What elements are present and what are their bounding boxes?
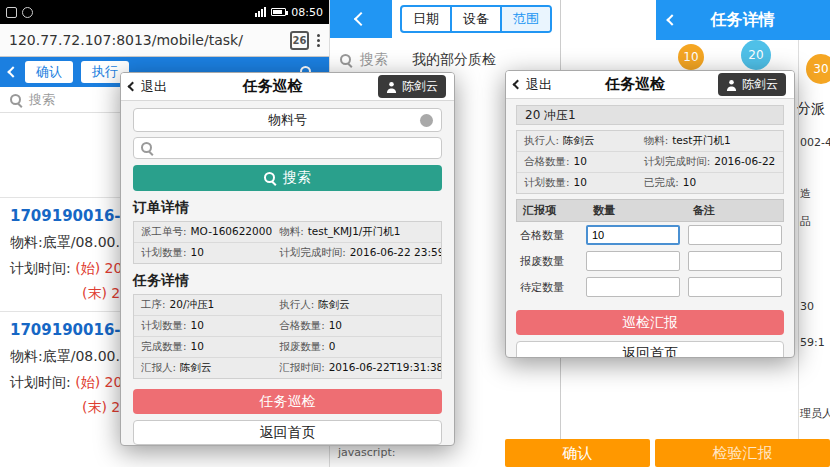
field-value: 10: [329, 319, 342, 333]
material-number-selector[interactable]: 物料号: [133, 108, 442, 132]
assign-label: 分派: [797, 100, 825, 118]
field-label: 物料:: [644, 134, 669, 148]
inspection-report-modal: 退出 任务巡检 陈剑云 20 冲压1 执行人:陈剑云 物料:test开门机1 合…: [505, 70, 795, 358]
field-value: 10: [574, 155, 587, 169]
tab-count-button[interactable]: 26: [290, 31, 309, 50]
field-value: 2016-06-22T19:31:38: [329, 361, 441, 375]
task-details-panel: 工序:20/冲压1 执行人:陈剑云 计划数量:10 合格数量:10 完成数量:1…: [133, 294, 442, 379]
field-value: 10: [191, 340, 204, 354]
field-value: 0: [329, 340, 336, 354]
browser-url-bar[interactable]: 120.77.72.107:8013/mobile/task/ 26: [0, 24, 329, 57]
field-value: 10: [574, 176, 587, 190]
user-name: 陈剑云: [742, 76, 778, 93]
javascript-status-text: javascript:: [338, 446, 395, 459]
scrap-note-input[interactable]: [688, 251, 782, 271]
modal-body: 物料号 搜索 订单详情 派工单号:MO-1606220002 物料:test_K…: [121, 101, 454, 446]
back-icon[interactable]: [7, 66, 18, 77]
user-button[interactable]: 陈剑云: [378, 75, 446, 98]
tab-device[interactable]: 设备: [452, 7, 502, 31]
table-row: 合格数量: [516, 222, 784, 248]
table-row: 报废数量: [516, 248, 784, 274]
battery-icon: [271, 8, 286, 16]
step-indicator-10: 10: [678, 44, 704, 70]
user-name: 陈剑云: [402, 78, 438, 95]
order-details-heading: 订单详情: [133, 199, 442, 217]
user-icon: [386, 81, 397, 93]
search-button-label: 搜索: [283, 169, 311, 187]
android-status-bar: 08:50: [0, 0, 329, 24]
back-icon: [354, 12, 368, 26]
confirm-button[interactable]: 确认: [25, 61, 73, 83]
material-number-label: 物料号: [268, 112, 307, 127]
info-row: 计划数量:10 已完成:10: [517, 173, 783, 193]
pending-note-input[interactable]: [688, 277, 782, 297]
field-value: 10: [191, 246, 204, 260]
confirm-button[interactable]: 确认: [505, 439, 650, 467]
task-inspection-button[interactable]: 任务巡检: [133, 389, 442, 414]
back-button[interactable]: [330, 0, 392, 38]
field-label: 计划完成时间:: [279, 246, 346, 260]
field-value: 陈剑云: [180, 361, 212, 375]
qualified-qty-input[interactable]: [586, 225, 680, 245]
info-row: 工序:20/冲压1 执行人:陈剑云: [134, 295, 441, 316]
status-notification-icon: [22, 7, 33, 18]
step-indicator-30: 30: [806, 54, 830, 84]
field-value: 10: [191, 319, 204, 333]
modal-header: 退出 任务巡检 陈剑云: [506, 71, 794, 99]
tab-date[interactable]: 日期: [402, 7, 452, 31]
inspection-report-button[interactable]: 检验汇报: [655, 439, 830, 467]
return-home-button[interactable]: 返回首页: [133, 420, 442, 445]
exit-button[interactable]: 退出: [129, 78, 167, 96]
search-placeholder: 搜索: [360, 51, 388, 69]
field-label: 物料:: [279, 225, 304, 239]
operation-bar: 20 冲压1: [516, 105, 784, 125]
row-label: 待定数量: [516, 280, 578, 295]
field-label: 执行人:: [279, 298, 314, 312]
scrap-qty-input[interactable]: [586, 251, 680, 271]
clipped-text: 理员人: [800, 406, 830, 421]
field-value: MO-1606220002: [191, 225, 273, 239]
search-value: 我的部分质检: [412, 51, 496, 69]
search-button[interactable]: 搜索: [133, 165, 442, 191]
clipped-text: 59:1: [800, 336, 825, 349]
row-label: 合格数量: [516, 228, 578, 243]
page-title: 任务详情: [676, 10, 819, 31]
vertical-divider: [798, 40, 799, 440]
field-value: 陈剑云: [318, 298, 350, 312]
field-value: 10: [683, 176, 696, 190]
field-value: 陈剑云: [563, 134, 595, 148]
back-icon: [128, 82, 138, 92]
tab-range[interactable]: 范围: [502, 7, 550, 31]
field-label: 已完成:: [644, 176, 679, 190]
modal-search-input[interactable]: [159, 141, 434, 155]
field-label: 执行人:: [524, 134, 559, 148]
search-icon: [141, 142, 153, 154]
field-label: 合格数量:: [279, 319, 325, 333]
pending-qty-input[interactable]: [586, 277, 680, 297]
info-row: 计划数量:10 计划完成时间:2016-06-22 23:59: [134, 243, 441, 263]
modal-title: 任务巡检: [173, 77, 372, 96]
clipped-text: 30: [800, 300, 814, 313]
clipped-text: 造: [800, 186, 811, 201]
return-home-button[interactable]: 返回首页: [516, 341, 784, 358]
qualified-note-input[interactable]: [688, 225, 782, 245]
search-icon: [340, 54, 352, 66]
field-value: test开门机1: [672, 134, 730, 148]
exit-button[interactable]: 退出: [514, 76, 552, 94]
task-details-heading: 任务详情: [133, 272, 442, 290]
info-row: 汇报人:陈剑云 汇报时间:2016-06-22T19:31:38: [134, 358, 441, 378]
inspection-report-submit-button[interactable]: 巡检汇报: [516, 310, 784, 335]
user-button[interactable]: 陈剑云: [718, 73, 786, 96]
search-icon: [264, 172, 276, 184]
field-label: 报废数量:: [279, 340, 325, 354]
field-value: 2016-06-22 23:59: [350, 246, 441, 260]
screenshot-collage: 08:50 120.77.72.107:8013/mobile/task/ 26…: [0, 0, 830, 467]
browser-menu-icon[interactable]: [317, 34, 320, 47]
filter-segmented-control: 日期 设备 范围: [400, 5, 552, 33]
table-header: 汇报项 数量 备注: [516, 199, 784, 222]
info-row: 派工单号:MO-1606220002 物料:test_KMJ1/开门机1: [134, 222, 441, 243]
clipped-text: 品: [800, 214, 811, 229]
exit-label: 退出: [141, 78, 167, 96]
search-placeholder: 搜索: [29, 91, 55, 109]
url-text[interactable]: 120.77.72.107:8013/mobile/task/: [9, 32, 282, 48]
